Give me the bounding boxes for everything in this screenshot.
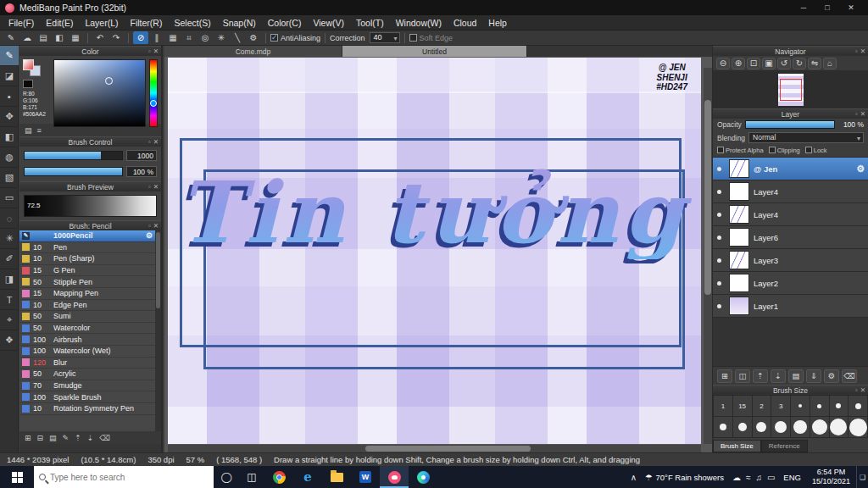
tab-untitled[interactable]: Untitled [342, 46, 527, 57]
tab-come-mdp[interactable]: Come.mdp [164, 46, 342, 57]
taskbar-app-word[interactable]: W [351, 466, 380, 488]
layer-visibility-icon[interactable] [713, 258, 725, 263]
menu-help[interactable]: Help [482, 18, 513, 28]
wifi-icon[interactable]: ≈ [746, 473, 751, 482]
brush-item[interactable]: 50Watercolor [19, 323, 161, 335]
layer-visibility-icon[interactable] [713, 304, 725, 308]
brush-item[interactable]: 120Blur [19, 358, 161, 369]
lock-toggle[interactable]: Lock [805, 147, 827, 154]
tab-brush-size[interactable]: Brush Size [713, 440, 761, 452]
layer-visibility-icon[interactable] [713, 236, 725, 240]
menu-filter[interactable]: Filter(R) [125, 18, 169, 28]
layer-up-icon[interactable]: ⇡ [753, 369, 768, 383]
correction-dropdown[interactable]: 40 [370, 32, 400, 43]
brush-size-preset[interactable]: 2 [753, 396, 771, 416]
brush-size-value[interactable]: 1000 [126, 150, 157, 161]
brush-size-preset[interactable]: 1 [714, 396, 732, 416]
taskbar-app-explorer[interactable] [322, 466, 351, 488]
cortana-button[interactable]: ◯ [214, 466, 239, 488]
fit-screen-icon[interactable]: ⊡ [747, 58, 760, 69]
save-icon[interactable]: ▤ [36, 31, 51, 44]
brush-size-preset[interactable] [771, 417, 790, 437]
saturation-value-picker[interactable] [53, 59, 146, 127]
panel-detach-icon[interactable]: ▫ [148, 222, 151, 230]
dot-tool[interactable]: ▪ [0, 86, 19, 107]
onedrive-icon[interactable]: ☁ [732, 473, 741, 482]
cloud-icon[interactable]: ☁ [19, 31, 35, 44]
undo-icon[interactable]: ↶ [92, 31, 108, 44]
panel-detach-icon[interactable]: ▫ [855, 110, 858, 118]
menu-edit[interactable]: Edit(E) [40, 18, 79, 28]
hidden-icons-chevron[interactable]: ∧ [631, 473, 637, 482]
horizontal-scrollbar[interactable] [168, 445, 701, 452]
brush-size-preset[interactable]: 3 [771, 396, 790, 416]
brush-size-preset[interactable] [830, 417, 849, 437]
panel-close-icon[interactable]: ✕ [153, 222, 159, 230]
eyedropper-tool[interactable]: ⌖ [0, 310, 19, 330]
remove-brush-icon[interactable]: ⊟ [37, 434, 44, 442]
delete-layer-icon[interactable]: ⌫ [842, 369, 857, 383]
clock[interactable]: 6:54 PM 15/10/2021 [806, 466, 856, 488]
layer-visibility-icon[interactable] [713, 281, 725, 286]
brush-size-preset[interactable]: 15 [733, 396, 752, 416]
layer-row[interactable]: @ Jen ⚙ [713, 158, 868, 180]
brush-folder-icon[interactable]: ▤ [49, 434, 57, 442]
snap-curve-icon[interactable]: ╲ [230, 31, 245, 44]
merge-layer-icon[interactable]: ⇓ [806, 369, 821, 383]
panel-close-icon[interactable]: ✕ [153, 183, 159, 191]
menu-layer[interactable]: Layer(L) [79, 18, 124, 28]
bucket-tool[interactable]: ◍ [0, 147, 19, 168]
layer-row[interactable]: Layer4 [713, 203, 868, 226]
layer-row[interactable]: Layer2 [713, 272, 868, 295]
start-button[interactable] [0, 466, 34, 488]
brush-item[interactable]: 10Edge Pen [19, 300, 161, 312]
layer-folder-icon[interactable]: ▤ [788, 369, 804, 383]
brush-up-icon[interactable]: ⇡ [75, 434, 81, 442]
clipping-toggle[interactable]: Clipping [769, 147, 800, 154]
brush-item[interactable]: 10Pen [19, 242, 161, 254]
close-button[interactable]: ✕ [839, 0, 863, 15]
menu-view[interactable]: View(V) [307, 18, 350, 28]
battery-icon[interactable]: ▭ [767, 473, 775, 482]
magic-wand-tool[interactable]: ✳ [0, 229, 19, 249]
sv-marker[interactable] [105, 77, 113, 85]
text-tool[interactable]: T [0, 290, 19, 310]
brush-size-preset[interactable] [810, 396, 829, 416]
rotate-left-icon[interactable]: ↺ [777, 58, 791, 69]
rotate-right-icon[interactable]: ↻ [793, 58, 806, 69]
hue-slider[interactable] [149, 59, 158, 127]
brush-size-preset[interactable] [733, 417, 752, 437]
brush-item[interactable]: 100Airbrush [19, 334, 161, 346]
reset-view-icon[interactable]: ⌂ [823, 58, 837, 69]
maximize-button[interactable]: □ [815, 0, 839, 15]
layer-down-icon[interactable]: ⇣ [771, 369, 786, 383]
layer-visibility-icon[interactable] [713, 213, 725, 217]
brush-item[interactable]: 50Stipple Pen [19, 276, 161, 288]
brush-item[interactable]: 100Watercolor (Wet) [19, 346, 161, 358]
blending-dropdown[interactable]: Normal [748, 132, 864, 143]
antialiasing-toggle[interactable]: AntiAliasing [270, 34, 320, 42]
brush-size-preset[interactable] [830, 396, 849, 416]
brush-item[interactable]: 15Mapping Pen [19, 288, 161, 300]
foreground-swatch[interactable] [23, 59, 34, 70]
brush-size-slider[interactable] [24, 151, 123, 160]
panel-detach-icon[interactable]: ▫ [148, 183, 151, 191]
grid-icon[interactable]: ▦ [68, 31, 83, 44]
weather-widget[interactable]: ☂ 70°F Rain showers [640, 466, 729, 488]
brush-tool[interactable]: ✎ [0, 46, 19, 66]
taskbar-search-input[interactable] [50, 473, 209, 482]
panel-close-icon[interactable]: ✕ [153, 138, 159, 146]
move-tool[interactable]: ✥ [0, 107, 19, 127]
menu-snap[interactable]: Snap(N) [217, 18, 262, 28]
task-view-button[interactable]: ◫ [239, 466, 264, 488]
menu-file[interactable]: File(F) [3, 18, 40, 28]
brush-size-preset[interactable] [810, 417, 829, 437]
snap-off-icon[interactable]: ⊘ [133, 31, 148, 44]
taskbar-app-medibang[interactable] [380, 466, 409, 488]
panel-close-icon[interactable]: ✕ [860, 47, 865, 55]
brush-opacity-value[interactable]: 100 % [126, 166, 157, 177]
layer-row[interactable]: Layer3 [713, 249, 868, 272]
brush-settings-icon[interactable]: ⚙ [146, 231, 153, 240]
taskbar-app-chrome[interactable] [264, 466, 293, 488]
language-indicator[interactable]: ENG [778, 466, 806, 488]
